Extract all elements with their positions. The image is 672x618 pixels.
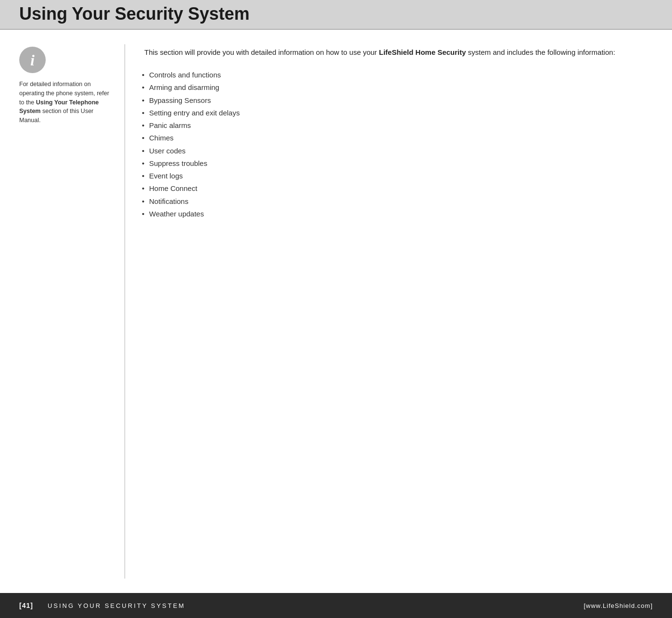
- info-icon-letter: i: [30, 52, 35, 68]
- list-item: Panic alarms: [144, 119, 653, 132]
- bullet-list: Controls and functionsArming and disarmi…: [144, 69, 653, 220]
- intro-text-start: This section will provide you with detai…: [144, 48, 379, 56]
- list-item: User codes: [144, 145, 653, 157]
- list-item: Notifications: [144, 195, 653, 208]
- footer-left: [41] USING YOUR SECURITY SYSTEM: [19, 602, 185, 609]
- page-header: Using Your Security System: [0, 0, 672, 30]
- main-content: i For detailed information on operating …: [0, 30, 672, 593]
- list-item: Arming and disarming: [144, 81, 653, 94]
- list-item: Chimes: [144, 132, 653, 144]
- list-item: Setting entry and exit delays: [144, 107, 653, 119]
- intro-text-end: system and includes the following inform…: [466, 48, 615, 56]
- content-area: This section will provide you with detai…: [125, 44, 653, 579]
- footer-page-number: [41]: [19, 602, 33, 609]
- intro-paragraph: This section will provide you with detai…: [144, 47, 653, 58]
- footer-section-title: USING YOUR SECURITY SYSTEM: [48, 602, 185, 609]
- page-footer: [41] USING YOUR SECURITY SYSTEM [www.Lif…: [0, 593, 672, 618]
- footer-url: [www.LifeShield.com]: [583, 602, 653, 609]
- brand-name: LifeShield Home Security: [379, 48, 466, 56]
- list-item: Weather updates: [144, 208, 653, 220]
- list-item: Bypassing Sensors: [144, 94, 653, 107]
- info-icon: i: [19, 47, 46, 73]
- sidebar: i For detailed information on operating …: [19, 44, 125, 579]
- list-item: Event logs: [144, 170, 653, 182]
- sidebar-note: For detailed information on operating th…: [19, 80, 110, 125]
- list-item: Suppress troubles: [144, 157, 653, 170]
- page-title: Using Your Security System: [19, 4, 653, 24]
- list-item: Controls and functions: [144, 69, 653, 81]
- list-item: Home Connect: [144, 182, 653, 195]
